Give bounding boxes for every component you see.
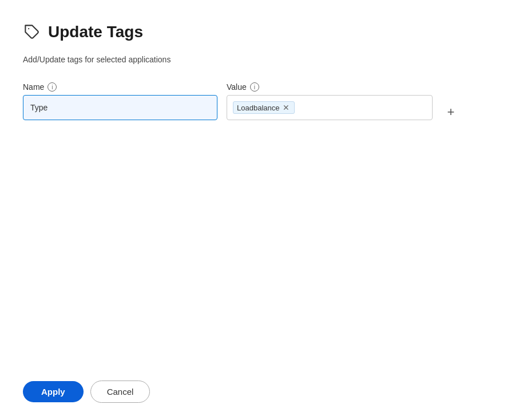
tag-chip-remove-button[interactable]: ✕ (282, 103, 291, 112)
tag-icon (23, 23, 41, 41)
form-section: Name i Value i Loadbalance ✕ + (23, 82, 508, 125)
tag-chip-label: Loadbalance (237, 104, 279, 112)
page-header: Update Tags (23, 23, 508, 41)
add-row-icon: + (447, 105, 455, 120)
tag-chip: Loadbalance ✕ (233, 101, 295, 114)
page-subtitle: Add/Update tags for selected application… (23, 55, 508, 64)
name-info-icon[interactable]: i (47, 82, 57, 92)
footer-actions: Apply Cancel (23, 381, 150, 403)
name-field-group: Name i (23, 82, 217, 120)
cancel-button[interactable]: Cancel (90, 381, 150, 403)
page-title: Update Tags (48, 23, 143, 41)
value-input-container[interactable]: Loadbalance ✕ (227, 95, 433, 120)
page-container: Update Tags Add/Update tags for selected… (0, 0, 531, 420)
value-label: Value i (227, 82, 433, 92)
add-row-button[interactable]: + (442, 100, 460, 125)
apply-button[interactable]: Apply (23, 381, 84, 402)
value-field-group: Value i Loadbalance ✕ (227, 82, 433, 120)
name-label: Name i (23, 82, 217, 92)
value-info-icon[interactable]: i (250, 82, 259, 92)
form-row: Name i Value i Loadbalance ✕ + (23, 82, 508, 125)
name-input[interactable] (23, 95, 217, 120)
